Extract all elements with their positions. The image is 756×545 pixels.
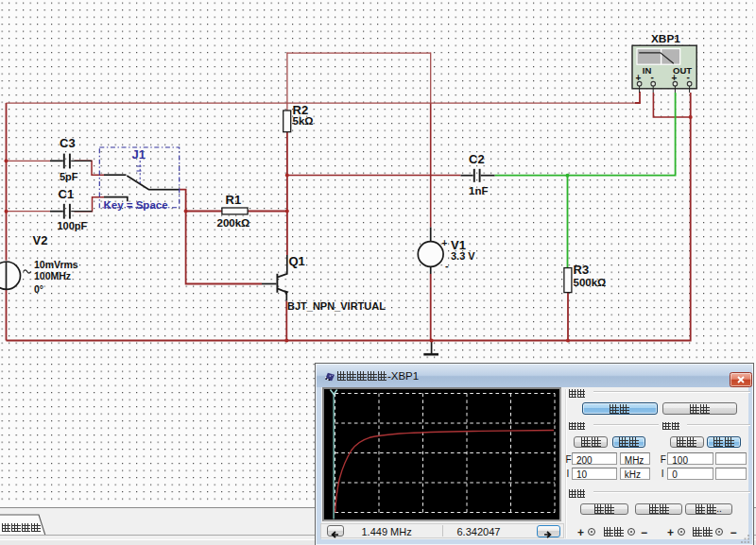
svg-text:BJT_NPN_VIRTUAL: BJT_NPN_VIRTUAL [287,300,386,312]
svg-text:100MHz: 100MHz [34,270,71,281]
svg-text:+: + [672,73,678,83]
svg-text:C2: C2 [469,152,485,166]
svg-text:3.3 V: 3.3 V [451,250,475,262]
svg-text:R3: R3 [574,263,590,277]
svg-text:5kΩ: 5kΩ [293,115,314,127]
svg-text:500kΩ: 500kΩ [574,277,607,288]
svg-text:200kΩ: 200kΩ [217,217,250,229]
svg-text:Q1: Q1 [289,254,305,268]
svg-text:Key = Space: Key = Space [104,199,168,211]
svg-text:-: - [651,72,654,82]
svg-text:XBP1: XBP1 [651,32,680,45]
svg-text:C1: C1 [59,187,75,201]
svg-text:R1: R1 [226,193,242,207]
svg-text:+: + [442,238,448,248]
svg-text:5pF: 5pF [60,171,78,182]
svg-text:0°: 0° [34,283,43,295]
svg-text:10mVrms: 10mVrms [34,259,78,270]
svg-text:J1: J1 [132,147,146,162]
svg-text:V2: V2 [33,233,48,247]
svg-text:-: - [687,72,690,82]
svg-text:+: + [636,73,642,83]
svg-text:C3: C3 [60,136,76,150]
svg-text:-: - [445,260,449,271]
svg-text:100pF: 100pF [58,220,88,231]
svg-text:1nF: 1nF [469,185,488,196]
